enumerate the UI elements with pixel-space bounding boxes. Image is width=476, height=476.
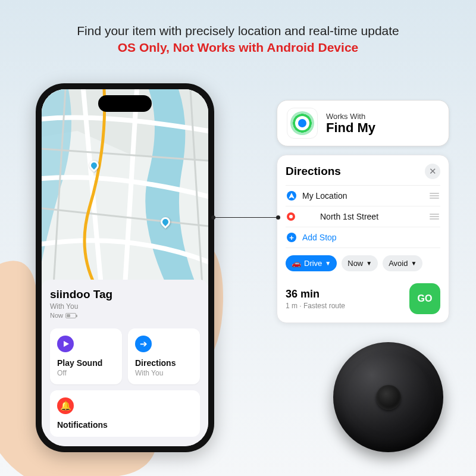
works-with-title: Find My [326, 120, 375, 136]
tile-sub: Off [57, 369, 115, 377]
play-icon [57, 336, 74, 352]
tracker-device [333, 342, 443, 452]
item-sheet: siindoo Tag With You Now Play Sound Off … [42, 280, 208, 446]
add-stop-row[interactable]: + Add Stop [286, 227, 440, 248]
add-icon: + [287, 233, 296, 242]
route-destination-row[interactable]: North 1st Street [286, 206, 440, 227]
route-label: Add Stop [302, 233, 439, 242]
chevron-down-icon: ▼ [366, 260, 372, 267]
route-origin-row[interactable]: My Location [286, 186, 440, 206]
tile-sub: With You [135, 369, 193, 377]
map-view[interactable] [42, 89, 208, 286]
works-with-label: Works With [326, 112, 365, 121]
item-status-row: Now [50, 312, 200, 319]
route-list: My Location North 1st Street + Add Stop [286, 185, 440, 248]
headline-line1: Find your item with precisely location a… [0, 24, 476, 38]
tile-title: Directions [135, 358, 193, 368]
phone-frame: siindoo Tag With You Now Play Sound Off … [36, 83, 214, 452]
bell-icon: 🔔 [57, 397, 74, 414]
works-with-card: Works With Find My [277, 100, 449, 146]
item-subtitle: With You [50, 302, 200, 311]
play-sound-tile[interactable]: Play Sound Off [50, 328, 122, 384]
directions-icon: ➔ [135, 336, 152, 352]
go-button[interactable]: GO [409, 283, 440, 314]
directions-tile[interactable]: ➔ Directions With You [128, 328, 200, 384]
mode-drive-pill[interactable]: 🚗 Drive ▼ [286, 255, 337, 271]
headline-line2: OS Only, Not Works with Android Device [0, 40, 476, 55]
eta-time: 36 min [286, 288, 345, 300]
eta-sub: 1 m · Fastest route [286, 302, 345, 310]
find-my-icon [287, 108, 318, 139]
destination-icon [287, 212, 295, 221]
tracker-device-core [376, 385, 401, 410]
close-button[interactable]: ✕ [425, 164, 440, 179]
connector-line [213, 217, 278, 218]
dynamic-island [98, 95, 152, 112]
drag-handle-icon[interactable] [430, 214, 439, 220]
tile-title: Play Sound [57, 358, 115, 368]
depart-now-pill[interactable]: Now ▼ [342, 255, 378, 271]
chevron-down-icon: ▼ [325, 260, 331, 267]
location-icon [287, 191, 296, 201]
battery-icon [65, 313, 76, 318]
phone-screen: siindoo Tag With You Now Play Sound Off … [42, 89, 208, 446]
avoid-pill[interactable]: Avoid ▼ [383, 255, 422, 271]
drag-handle-icon[interactable] [430, 193, 439, 199]
notifications-tile[interactable]: 🔔 Notifications [50, 390, 200, 437]
item-title: siindoo Tag [50, 288, 200, 301]
tile-title: Notifications [57, 420, 193, 430]
car-icon: 🚗 [292, 259, 301, 268]
directions-title: Directions [286, 165, 341, 178]
route-label: My Location [302, 191, 424, 201]
directions-card: Directions ✕ My Location North 1st Stree… [277, 155, 449, 323]
route-label: North 1st Street [301, 212, 424, 221]
chevron-down-icon: ▼ [411, 260, 416, 267]
